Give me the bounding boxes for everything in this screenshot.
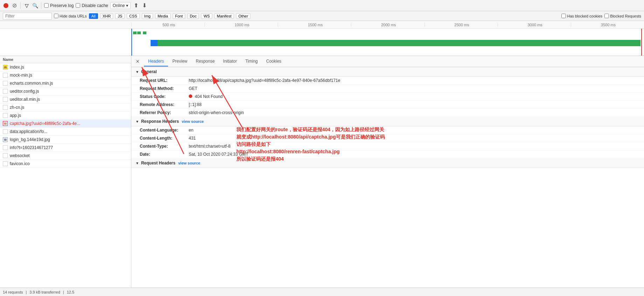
upload-button[interactable]: ⬆ [133, 2, 139, 9]
filter-tag-ws[interactable]: WS [201, 13, 212, 19]
file-name: echarts.common.min.js [10, 81, 53, 86]
file-name: zh-cn.js [10, 105, 24, 110]
filter-tag-doc[interactable]: Doc [187, 13, 199, 19]
hide-data-urls-label[interactable]: Hide data URLs [54, 14, 87, 18]
date-row: Date: Sat, 10 Oct 2020 07:24:33 GMT [131, 150, 644, 158]
filter-tag-media[interactable]: Media [155, 13, 171, 19]
resource-size: 12.5 [67, 290, 74, 294]
filter-tag-xhr[interactable]: XHR [100, 13, 113, 19]
file-item-login-bg[interactable]: 🖼 login_bg.144e19d.jpg [0, 136, 131, 144]
img-icon2: 🖼 [3, 137, 8, 142]
content-language-value: en [189, 128, 193, 133]
file-item-ueditor-all-js[interactable]: ueditor.all.min.js [0, 96, 131, 104]
record-icon [4, 3, 8, 8]
tab-preview[interactable]: Preview [168, 57, 192, 66]
file-item-mock-js[interactable]: mock-min.js [0, 71, 131, 79]
file-list-header: Name [0, 56, 131, 63]
remote-address-label: Remote Address: [140, 102, 189, 107]
file-item-zh-cn-js[interactable]: zh-cn.js [0, 104, 131, 112]
file-name: ueditor.config.js [10, 89, 39, 94]
search-button[interactable]: 🔍 [32, 2, 38, 9]
filter-tag-js[interactable]: JS [115, 13, 125, 19]
disable-cache-checkbox[interactable] [76, 3, 80, 8]
referrer-policy-row: Referrer Policy: strict-origin-when-cros… [131, 109, 644, 117]
clear-button[interactable]: ⊘ [11, 2, 18, 9]
transfer-size: 3.9 kB transferred [29, 290, 60, 294]
timeline-start-line [131, 29, 132, 56]
close-detail-button[interactable]: × [134, 58, 141, 65]
file-item-captcha[interactable]: 🖼 captcha.jpg?uuid=48f89c5c-2afa-4e... [0, 120, 131, 128]
generic-icon [3, 73, 8, 78]
preserve-log-checkbox[interactable] [44, 3, 49, 8]
filter-tag-css[interactable]: CSS [127, 13, 140, 19]
bar-blue-segment [151, 40, 158, 46]
detail-content: ▼ General Request URL: http://localhost:… [131, 67, 644, 168]
generic-icon [3, 97, 8, 102]
preserve-log-label[interactable]: Preserve log [44, 3, 74, 8]
response-headers-view-source[interactable]: view source [182, 119, 204, 124]
triangle-icon3: ▼ [136, 161, 139, 165]
timeline-content [0, 29, 644, 56]
generic-icon [3, 113, 8, 118]
has-blocked-cookies-checkbox[interactable] [561, 14, 566, 18]
status-code-label: Status Code: [140, 94, 189, 99]
blocked-requests-label[interactable]: Blocked Requests [604, 14, 641, 18]
response-headers-section-header[interactable]: ▼ Response Headers view source [131, 117, 644, 126]
general-section-header[interactable]: ▼ General [131, 67, 644, 77]
generic-icon [3, 161, 8, 166]
tab-cookies[interactable]: Cookies [262, 57, 285, 66]
status-code-row: Status Code: 404 Not Found [131, 93, 644, 101]
file-item-websocket[interactable]: websocket [0, 152, 131, 160]
hide-data-urls-checkbox[interactable] [54, 14, 58, 18]
main-timeline-bar [151, 40, 640, 46]
file-item-echarts-js[interactable]: echarts.common.min.js [0, 79, 131, 87]
file-item-index-js[interactable]: JS index.js [0, 63, 131, 71]
generic-icon [3, 145, 8, 150]
file-item-app-js[interactable]: app.js [0, 112, 131, 120]
ruler-tick-2000: 2000 ms [351, 23, 424, 27]
tab-initiator[interactable]: Initiator [219, 57, 241, 66]
file-item-info[interactable]: info?t=1602314671277 [0, 144, 131, 152]
file-item-favicon[interactable]: favicon.ico [0, 160, 131, 168]
tab-headers[interactable]: Headers [144, 57, 168, 66]
timeline-ruler: 500 ms 1000 ms 1500 ms 2000 ms 2500 ms 3… [0, 21, 644, 29]
filter-tag-font[interactable]: Font [173, 13, 185, 19]
file-name: index.js [10, 65, 24, 70]
generic-icon [3, 89, 8, 94]
content-length-label: Content-Length: [140, 136, 189, 141]
small-bar-2 [137, 31, 141, 34]
has-blocked-cookies-text: Has blocked cookies [567, 14, 602, 18]
tab-timing[interactable]: Timing [241, 57, 262, 66]
dropdown-arrow: ▾ [126, 3, 128, 8]
file-item-ueditor-config-js[interactable]: ueditor.config.js [0, 87, 131, 96]
request-headers-section-header[interactable]: ▼ Request Headers view source [131, 158, 644, 168]
file-list: Name JS index.js mock-min.js echarts.com… [0, 56, 131, 288]
request-url-value: http://localhost:88/api/captcha.jpg?uuid… [189, 78, 340, 83]
filter-tag-img[interactable]: Img [142, 13, 153, 19]
tab-response[interactable]: Response [192, 57, 219, 66]
separator [20, 2, 21, 9]
filter-bar: Hide data URLs All XHR JS CSS Img Media … [0, 11, 644, 21]
file-name: login_bg.144e19d.jpg [10, 137, 50, 142]
content-language-label: Content-Language: [140, 128, 189, 133]
request-headers-view-source[interactable]: view source [178, 161, 200, 165]
record-button[interactable] [3, 2, 9, 9]
has-blocked-cookies-label[interactable]: Has blocked cookies [561, 14, 602, 18]
file-name: data:application/fo... [10, 129, 47, 134]
referrer-policy-label: Referrer Policy: [140, 110, 189, 115]
online-select[interactable]: Online ▾ [110, 2, 131, 9]
file-name: mock-min.js [10, 73, 32, 78]
filter-icon-button[interactable]: ▽ [23, 2, 30, 9]
bar-green-segment [158, 40, 640, 46]
filter-tag-manifest[interactable]: Manifest [214, 13, 234, 19]
filter-tag-all[interactable]: All [89, 13, 98, 19]
blocked-requests-checkbox[interactable] [604, 14, 609, 18]
filter-tag-other[interactable]: Other [236, 13, 251, 19]
timeline-end-line [641, 29, 642, 56]
disable-cache-label[interactable]: Disable cache [76, 3, 108, 8]
ruler-tick-1500: 1500 ms [278, 23, 351, 27]
filter-input[interactable] [3, 13, 52, 20]
file-item-data-app[interactable]: data:application/fo... [0, 128, 131, 136]
download-button[interactable]: ⬇ [141, 2, 147, 9]
small-bar-3 [143, 31, 146, 34]
